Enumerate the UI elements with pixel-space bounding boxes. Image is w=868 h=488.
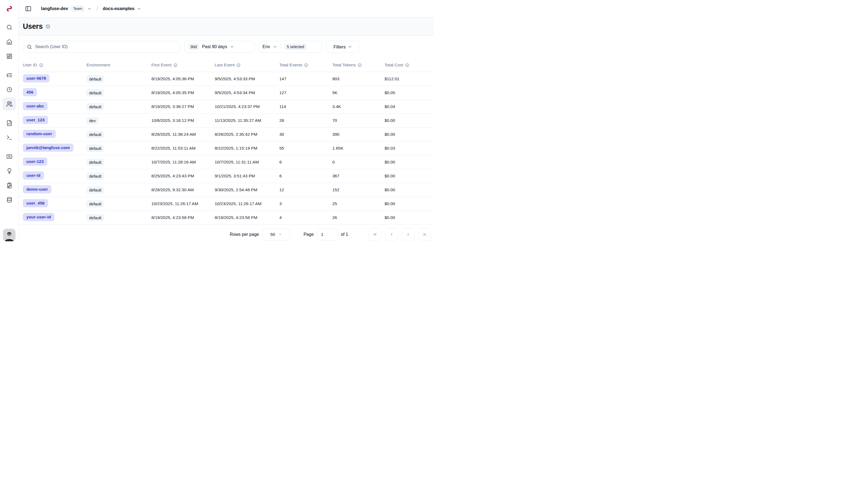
user-id-link[interactable]: user-123 <box>23 157 47 166</box>
sidebar-item-users[interactable] <box>3 97 16 110</box>
table-row[interactable]: user-iddefault8/25/2025, 4:23:43 PM9/1/2… <box>19 169 434 183</box>
cell-total-cost: $0.00 <box>384 160 431 165</box>
environment-badge: default <box>86 159 104 166</box>
column-header-total-cost[interactable]: Total Cost <box>384 63 431 67</box>
user-id-link[interactable]: your-user-id <box>23 213 54 221</box>
user-id-link[interactable]: 456 <box>23 88 37 96</box>
rows-per-page-select[interactable]: 50 <box>263 229 290 240</box>
user-id-link[interactable]: user-id <box>23 171 44 179</box>
previous-page-button[interactable] <box>385 228 398 241</box>
org-selector[interactable]: langfuse-dev Team <box>41 5 92 12</box>
table-row[interactable]: jannik@langfuse.comdefault8/22/2025, 11:… <box>19 141 434 155</box>
project-selector[interactable]: docs-examples <box>103 6 141 11</box>
cell-environment: default <box>86 145 151 152</box>
table-row[interactable]: user-abcdefault8/19/2025, 3:36:27 PM10/2… <box>19 100 434 114</box>
cell-user-id: your-user-id <box>23 213 86 222</box>
info-icon <box>358 63 362 67</box>
chevrons-right-icon <box>422 232 427 237</box>
last-page-button[interactable] <box>418 228 431 241</box>
sidebar-item-tracing[interactable] <box>3 68 16 82</box>
org-plan-badge: Team <box>70 5 85 12</box>
cell-first-event: 10/7/2025, 11:28:16 AM <box>151 160 215 165</box>
cell-last-event: 8/22/2025, 1:15:19 PM <box>215 146 279 151</box>
org-name: langfuse-dev <box>41 6 68 11</box>
cell-first-event: 8/19/2025, 3:36:27 PM <box>151 104 215 109</box>
table-row[interactable]: user_456default10/23/2025, 11:26:17 AM10… <box>19 197 434 211</box>
table-header-row: User IDEnvironmentFirst EventLast EventT… <box>19 58 434 72</box>
user-id-link[interactable]: jannik@langfuse.com <box>23 144 73 152</box>
cell-total-cost: $0.04 <box>384 104 431 109</box>
column-header-total-events[interactable]: Total Events <box>279 63 332 67</box>
environment-badge: dev <box>86 117 98 124</box>
sidebar <box>0 0 19 244</box>
user-id-link[interactable]: user-abc <box>23 102 48 110</box>
table-row[interactable]: user-5678default8/19/2025, 4:05:36 PM9/5… <box>19 72 434 86</box>
cell-user-id: user_456 <box>23 199 86 208</box>
info-icon <box>237 63 241 67</box>
column-header-last-event[interactable]: Last Event <box>215 63 279 67</box>
cell-total-tokens: 25 <box>332 201 384 206</box>
column-header-first-event[interactable]: First Event <box>151 63 215 67</box>
sidebar-item-dashboard[interactable] <box>3 50 16 63</box>
search-input[interactable] <box>35 44 176 49</box>
sidebar-item-scores[interactable] <box>3 150 16 163</box>
dashboard-icon <box>6 53 12 59</box>
cell-last-event: 8/19/2025, 4:23:58 PM <box>215 215 279 220</box>
info-icon <box>304 63 308 67</box>
table-row[interactable]: user_123dev10/6/2025, 3:16:12 PM11/13/20… <box>19 114 434 127</box>
column-header-environment[interactable]: Environment <box>86 63 151 67</box>
cell-user-id: user_123 <box>23 116 86 125</box>
langfuse-logo[interactable] <box>0 0 19 18</box>
cell-environment: default <box>86 103 151 110</box>
user-id-link[interactable]: demo-user <box>23 185 51 193</box>
sidebar-item-playground[interactable] <box>3 131 16 144</box>
table-row[interactable]: 456default8/19/2025, 4:05:35 PM9/5/2025,… <box>19 86 434 100</box>
user-id-link[interactable]: random-user <box>23 130 56 138</box>
environment-filter[interactable]: Env 5 selected <box>259 41 321 53</box>
sidebar-item-llm-judge[interactable] <box>3 164 16 177</box>
sessions-icon <box>6 86 12 93</box>
info-icon <box>174 63 178 67</box>
filters-button[interactable]: Filters <box>326 41 360 53</box>
first-page-button[interactable] <box>369 228 381 241</box>
cell-last-event: 10/21/2025, 4:23:37 PM <box>215 104 279 109</box>
user-id-link[interactable]: user_123 <box>23 116 48 124</box>
cell-total-events: 6 <box>279 174 332 178</box>
table-row[interactable]: demo-userdefault8/28/2025, 9:32:30 AM9/3… <box>19 183 434 197</box>
user-id-link[interactable]: user_456 <box>23 199 48 207</box>
environment-badge: default <box>86 89 104 96</box>
cell-total-tokens: 3.4K <box>332 104 384 109</box>
sidebar-toggle-button[interactable] <box>24 4 33 13</box>
cell-environment: default <box>86 89 151 96</box>
cell-first-event: 10/6/2025, 3:16:12 PM <box>151 118 215 123</box>
time-range-select[interactable]: 90d Past 90 days <box>184 41 254 53</box>
page-title: Users <box>23 22 43 31</box>
next-page-button[interactable] <box>402 228 414 241</box>
scores-icon <box>6 153 12 160</box>
cell-total-events: 127 <box>279 90 332 95</box>
sidebar-item-database[interactable] <box>3 193 16 206</box>
column-header-user-id[interactable]: User ID <box>23 63 86 67</box>
column-header-total-tokens[interactable]: Total Tokens <box>332 63 384 67</box>
env-filter-label: Env <box>262 44 270 49</box>
user-id-link[interactable]: user-5678 <box>23 74 50 82</box>
environment-badge: default <box>86 131 104 138</box>
sidebar-item-datasets[interactable] <box>3 179 16 192</box>
user-avatar[interactable] <box>3 229 16 241</box>
sidebar-item-search[interactable] <box>3 21 16 34</box>
cell-user-id: demo-user <box>23 185 86 195</box>
sidebar-item-prompts[interactable] <box>3 116 16 130</box>
cell-user-id: jannik@langfuse.com <box>23 144 86 153</box>
cell-total-events: 6 <box>279 160 332 165</box>
table-row[interactable]: user-123default10/7/2025, 11:28:16 AM10/… <box>19 155 434 169</box>
table-row[interactable]: your-user-iddefault8/19/2025, 4:23:58 PM… <box>19 211 434 225</box>
page-info-icon[interactable] <box>45 24 50 29</box>
sidebar-item-home[interactable] <box>3 35 16 48</box>
cell-environment: default <box>86 214 151 222</box>
time-range-badge: 90d <box>188 44 199 50</box>
sidebar-item-sessions[interactable] <box>3 83 16 96</box>
cell-total-events: 55 <box>279 146 332 151</box>
table-row[interactable]: random-userdefault8/26/2025, 11:36:24 AM… <box>19 127 434 141</box>
page-number-input[interactable] <box>317 229 338 240</box>
chevron-down-icon <box>273 45 277 49</box>
